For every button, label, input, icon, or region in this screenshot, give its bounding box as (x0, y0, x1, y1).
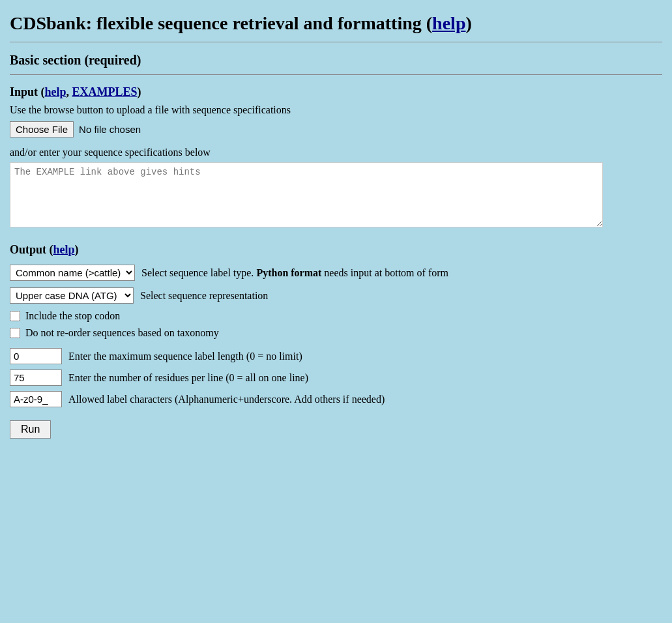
input-comma: , (66, 85, 72, 98)
no-file-label: No file chosen (79, 124, 141, 135)
choose-file-button[interactable]: Choose File (10, 121, 74, 138)
basic-section: Basic section (required) (10, 45, 662, 72)
output-heading: Output (help) (10, 238, 662, 265)
checkboxes-section: Include the stop codon Do not re-order s… (10, 310, 662, 339)
sequence-textarea[interactable] (10, 162, 603, 227)
no-reorder-checkbox[interactable] (10, 328, 20, 338)
title-divider (10, 42, 662, 42)
stop-codon-checkbox[interactable] (10, 311, 20, 321)
allowed-chars-row: Allowed label characters (Alphanumeric+u… (10, 391, 662, 407)
residues-per-line-row: Enter the number of residues per line (0… (10, 369, 662, 386)
run-button[interactable]: Run (10, 420, 51, 439)
output-closing: ) (75, 243, 79, 256)
python-format-bold: Python format (256, 267, 321, 278)
file-upload-description: Use the browse button to upload a file w… (10, 104, 662, 116)
label-type-select[interactable]: Common name (>cattle) Scientific name Ac… (10, 265, 135, 281)
sequence-rep-select[interactable]: Upper case DNA (ATG) Lower case DNA (atg… (10, 287, 134, 304)
input-label-prefix: Input ( (10, 85, 45, 98)
label-type-row: Common name (>cattle) Scientific name Ac… (10, 265, 662, 281)
no-reorder-row: Do not re-order sequences based on taxon… (10, 327, 662, 339)
label-type-desc-prefix: Select sequence label type. (141, 267, 256, 278)
output-label-prefix: Output ( (10, 243, 53, 256)
stop-codon-row: Include the stop codon (10, 310, 662, 322)
basic-section-divider (10, 74, 662, 75)
max-label-length-row: Enter the maximum sequence label length … (10, 348, 662, 364)
allowed-chars-input[interactable] (10, 391, 62, 407)
and-or-text: and/or enter your sequence specification… (10, 147, 662, 158)
input-heading: Input (help, EXAMPLES) (10, 78, 662, 104)
input-closing: ) (138, 85, 141, 98)
input-help-link[interactable]: help (45, 85, 66, 98)
title-text: CDSbank: flexible sequence retrieval and… (10, 13, 432, 33)
output-help-link[interactable]: help (53, 243, 75, 256)
residues-per-line-input[interactable] (10, 369, 62, 386)
input-examples-link[interactable]: EXAMPLES (72, 85, 138, 98)
file-upload-row: Choose File No file chosen (10, 121, 662, 138)
output-section: Output (help) Common name (>cattle) Scie… (10, 238, 662, 439)
no-reorder-label: Do not re-order sequences based on taxon… (25, 327, 219, 339)
sequence-rep-row: Upper case DNA (ATG) Lower case DNA (atg… (10, 287, 662, 304)
max-label-length-input[interactable] (10, 348, 62, 364)
allowed-chars-label: Allowed label characters (Alphanumeric+u… (68, 394, 385, 405)
stop-codon-label: Include the stop codon (25, 310, 120, 322)
label-type-desc-suffix: needs input at bottom of form (321, 267, 448, 278)
title-help-link[interactable]: help (432, 13, 465, 33)
max-label-length-label: Enter the maximum sequence label length … (68, 351, 302, 362)
residues-per-line-label: Enter the number of residues per line (0… (68, 372, 308, 384)
title-closing: ) (465, 13, 471, 33)
label-type-description: Select sequence label type. Python forma… (141, 267, 448, 279)
input-section: Input (help, EXAMPLES) Use the browse bu… (10, 78, 662, 227)
basic-section-title: Basic section (required) (10, 45, 662, 72)
sequence-rep-description: Select sequence representation (140, 290, 268, 302)
page-title: CDSbank: flexible sequence retrieval and… (10, 7, 662, 39)
input-fields-section: Enter the maximum sequence label length … (10, 348, 662, 407)
